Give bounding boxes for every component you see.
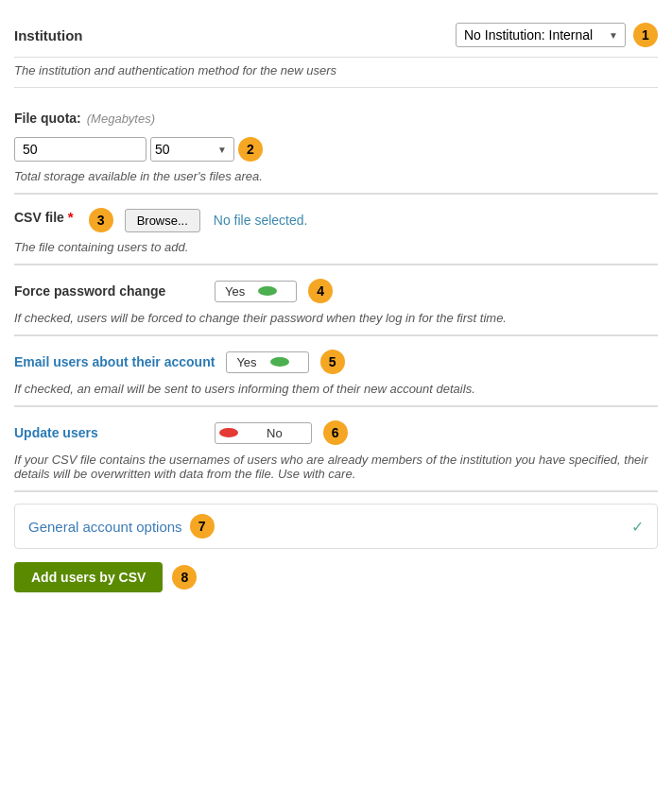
institution-select-wrapper: No Institution: Internal Other Instituti… [456,23,626,47]
force-password-dot [258,286,277,296]
email-users-dot [270,357,289,367]
csv-required: * [68,209,74,225]
institution-select[interactable]: No Institution: Internal Other Instituti… [456,23,626,47]
force-password-control[interactable]: Yes [215,281,297,302]
institution-label: Institution [14,27,82,43]
force-password-hint: If checked, users will be forced to chan… [14,311,658,325]
general-account-options-badge: 7 [190,514,215,539]
quota-select-wrapper: 50 100 200 500 Unlimited [150,137,234,162]
no-file-text: No file selected. [214,213,308,228]
force-password-label: Force password change [14,283,203,299]
submit-badge: 8 [172,565,197,590]
chevron-down-icon: ✓ [631,518,644,536]
quota-input-wrap: 50 100 200 500 Unlimited 2 [14,137,658,162]
force-password-row: Force password change Yes 4 If checked, … [14,265,658,335]
update-users-row: Update users No 6 If your CSV file conta… [14,407,658,491]
general-account-options[interactable]: General account options 7 ✓ [14,504,658,549]
update-users-label-row: Update users No 6 [14,420,658,445]
general-account-options-label: General account options [28,519,182,535]
csv-label-row: CSV file * 3 Browse... No file selected. [14,208,658,232]
institution-row: Institution No Institution: Internal Oth… [14,9,658,58]
email-users-control[interactable]: Yes [226,351,308,373]
update-users-hint: If your CSV file contains the usernames … [14,453,658,481]
quota-input[interactable] [14,137,146,162]
institution-hint: The institution and authentication metho… [14,63,658,77]
csv-row: CSV file * 3 Browse... No file selected.… [14,195,658,265]
email-users-badge: 5 [320,350,345,374]
force-password-value: Yes [215,282,254,301]
browse-button[interactable]: Browse... [125,209,200,232]
quota-label: File quota: (Megabytes) [14,111,155,126]
email-users-label-row: Email users about their account Yes 5 [14,350,658,374]
submit-row: Add users by CSV 8 [14,562,658,592]
email-users-label: Email users about their account [14,354,215,369]
quota-label-row: File quota: (Megabytes) [14,111,658,131]
csv-label: CSV file * [14,209,74,225]
force-password-badge: 4 [308,279,333,303]
quota-badge: 2 [238,137,263,162]
email-users-row: Email users about their account Yes 5 If… [14,336,658,406]
quota-hint: Total storage available in the user's fi… [14,169,658,183]
csv-hint: The file containing users to add. [14,240,658,254]
quota-label-sub: (Megabytes) [87,111,155,126]
update-users-value: No [257,423,292,443]
update-users-badge: 6 [323,420,348,445]
update-users-control[interactable]: No [215,422,312,444]
institution-badge: 1 [633,23,658,47]
csv-badge: 3 [89,208,113,232]
email-users-hint: If checked, an email will be sent to use… [14,382,658,396]
update-users-label: Update users [14,425,203,440]
add-users-button[interactable]: Add users by CSV [14,562,163,592]
institution-controls: No Institution: Internal Other Instituti… [456,23,658,47]
email-users-value: Yes [227,352,266,372]
quota-select[interactable]: 50 100 200 500 Unlimited [150,137,234,162]
update-users-dot [219,428,238,437]
force-password-label-row: Force password change Yes 4 [14,279,658,303]
quota-row: File quota: (Megabytes) 50 100 200 500 U… [14,97,658,194]
